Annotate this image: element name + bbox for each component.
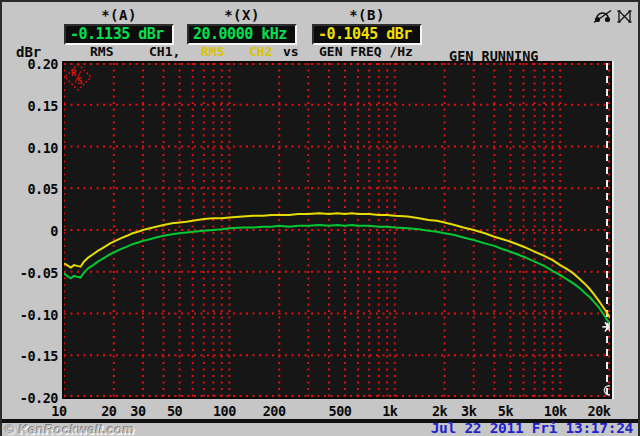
x-tick-label: 10 [51, 403, 66, 419]
x-tick-label: 500 [329, 403, 352, 419]
datetime-display: Jul 22 2011 Fri 13:17:24 [431, 420, 633, 436]
x-tick-label: 20k [588, 403, 611, 419]
x-tick-label: 10k [544, 403, 567, 419]
frequency-response-plot: R S [62, 61, 612, 399]
cursor-a-readout: *(A) -0.1135 dBr [64, 8, 174, 45]
monitor-icon-tray [593, 9, 633, 24]
cursor-b-label: *(B) [312, 8, 422, 22]
x-tick-label: 100 [213, 403, 236, 419]
trace1-function-label: RMS [90, 44, 113, 59]
y-tick-label: -0.05 [8, 267, 58, 280]
x-tick-label: 3k [461, 403, 476, 419]
rohde-schwarz-logo-icon: R S [64, 63, 92, 91]
trace1-channel-label: CH1, [149, 44, 180, 59]
cursor-b-value: -0.1045 dBr [312, 24, 422, 45]
y-tick-label: 0.15 [8, 100, 58, 113]
x-tick-label: 20 [101, 403, 116, 419]
cursor-x-label: *(X) [187, 8, 297, 22]
cursor-a-value: -0.1135 dBr [64, 24, 174, 45]
trace2-channel-label: CH2 [249, 44, 272, 59]
y-tick-label: 0.20 [8, 58, 58, 71]
plot-canvas [64, 63, 610, 397]
x-axis-title: GEN FREQ /Hz [319, 44, 413, 59]
headphones-muted-icon [593, 9, 612, 24]
x-tick-label: 30 [130, 403, 145, 419]
x-tick-label: 5k [498, 403, 513, 419]
y-tick-label: -0.10 [8, 309, 58, 322]
x-tick-label: 50 [167, 403, 182, 419]
x-tick-label: 2k [432, 403, 447, 419]
y-tick-label: 0.05 [8, 183, 58, 196]
vs-label: vs [283, 44, 299, 59]
cursor-x-readout: *(X) 20.0000 kHz [187, 8, 297, 45]
x-tick-label: 200 [263, 403, 286, 419]
trace-ch1 [64, 225, 610, 325]
cursor-b-readout: *(B) -0.1045 dBr [312, 8, 422, 45]
speaker-muted-icon [616, 9, 633, 24]
audio-analyzer-screen: *(A) -0.1135 dBr *(X) 20.0000 kHz *(B) -… [0, 0, 640, 436]
y-tick-label: -0.15 [8, 350, 58, 363]
cursor-x-value: 20.0000 kHz [187, 24, 297, 45]
y-tick-label: 0.10 [8, 142, 58, 155]
x-tick-label: 1k [382, 403, 397, 419]
y-tick-label: 0 [8, 225, 58, 238]
trace2-function-label: RMS [201, 44, 224, 59]
cursor-a-label: *(A) [64, 8, 174, 22]
watermark: © KenRockwell.com [5, 422, 135, 436]
trace-ch2 [64, 213, 610, 317]
